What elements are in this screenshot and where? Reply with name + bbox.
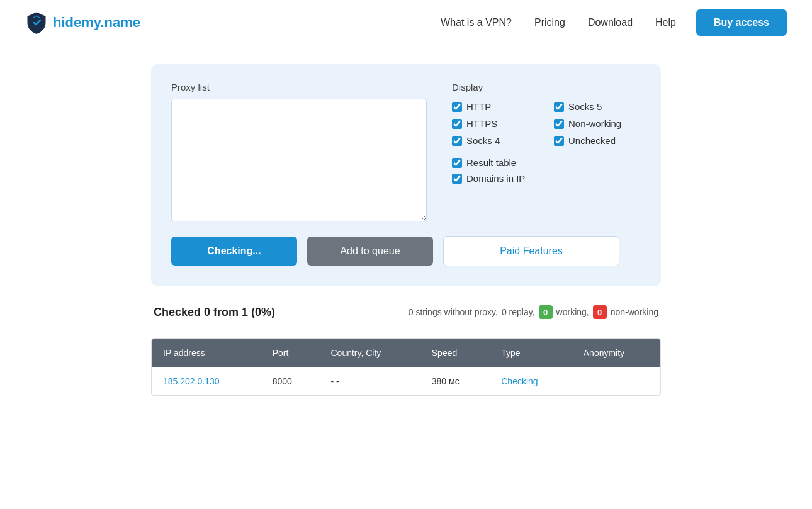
col-ip: IP address: [152, 339, 261, 367]
working-label: working,: [556, 307, 589, 317]
col-anonymity: Anonymity: [572, 339, 660, 367]
checkbox-socks5-label: Socks 5: [568, 101, 602, 112]
proxy-checker-card: Proxy list Display HTTP Socks 5: [151, 64, 661, 286]
checkbox-http-input[interactable]: [452, 102, 462, 112]
checkbox-unchecked[interactable]: Unchecked: [554, 135, 641, 146]
checkbox-socks5[interactable]: Socks 5: [554, 101, 641, 112]
ip-link[interactable]: 185.202.0.130: [163, 376, 220, 386]
table-header: IP address Port Country, City Speed Type…: [152, 339, 660, 367]
table-body: 185.202.0.130 8000 - - 380 мс Checking: [152, 367, 660, 396]
checkbox-http[interactable]: HTTP: [452, 101, 539, 112]
checkbox-unchecked-input[interactable]: [554, 136, 564, 146]
display-section: Display HTTP Socks 5 HTTPS: [452, 82, 641, 223]
strings-without-proxy: 0 strings without proxy,: [409, 307, 498, 317]
working-badge: 0: [539, 305, 553, 319]
col-country-city: Country, City: [320, 339, 420, 367]
non-working-badge: 0: [593, 305, 607, 319]
stats-divider: [151, 328, 661, 328]
proxy-table: IP address Port Country, City Speed Type…: [152, 339, 660, 395]
logo[interactable]: hidemy.name: [25, 11, 140, 34]
cell-speed: 380 мс: [420, 367, 490, 396]
main-content: Proxy list Display HTTP Socks 5: [0, 45, 812, 415]
checkbox-result-table-input[interactable]: [452, 158, 462, 168]
cell-port: 8000: [261, 367, 320, 396]
col-speed: Speed: [420, 339, 490, 367]
checker-inner: Proxy list Display HTTP Socks 5: [171, 82, 641, 223]
checkbox-result-table-label: Result table: [466, 157, 516, 168]
main-nav: What is a VPN? Pricing Download Help: [441, 17, 676, 28]
cell-type: Checking: [490, 367, 572, 396]
checking-button[interactable]: Checking...: [171, 237, 297, 266]
proxy-table-wrap: IP address Port Country, City Speed Type…: [151, 338, 661, 396]
checkbox-http-label: HTTP: [466, 101, 491, 112]
nav-pricing[interactable]: Pricing: [534, 17, 565, 28]
col-port: Port: [261, 339, 320, 367]
cell-country-city: - -: [320, 367, 420, 396]
checkbox-domains-in-ip[interactable]: Domains in IP: [452, 173, 641, 184]
cell-ip: 185.202.0.130: [152, 367, 261, 396]
table-row: 185.202.0.130 8000 - - 380 мс Checking: [152, 367, 660, 396]
logo-icon: [25, 11, 48, 34]
checkbox-socks4-input[interactable]: [452, 136, 462, 146]
checkbox-non-working-input[interactable]: [554, 119, 564, 129]
checkbox-https-label: HTTPS: [466, 118, 497, 129]
display-title: Display: [452, 82, 641, 92]
non-working-label: non-working: [611, 307, 658, 317]
checkbox-result-table[interactable]: Result table: [452, 157, 641, 168]
logo-text: hidemy.name: [53, 14, 140, 31]
checkbox-non-working[interactable]: Non-working: [554, 118, 641, 129]
checkbox-socks4[interactable]: Socks 4: [452, 135, 539, 146]
proxy-textarea[interactable]: [171, 99, 427, 221]
checkbox-socks5-input[interactable]: [554, 102, 564, 112]
checkbox-https[interactable]: HTTPS: [452, 118, 539, 129]
checkbox-https-input[interactable]: [452, 119, 462, 129]
paid-features-button[interactable]: Paid Features: [443, 236, 619, 266]
checkbox-non-working-label: Non-working: [568, 118, 621, 129]
replay-count: 0 replay,: [502, 307, 535, 317]
checkbox-unchecked-label: Unchecked: [568, 135, 616, 146]
buttons-row: Checking... Add to queue Paid Features: [171, 236, 641, 266]
buy-access-button[interactable]: Buy access: [696, 9, 787, 36]
header: hidemy.name What is a VPN? Pricing Downl…: [0, 0, 812, 45]
nav-what-is-vpn[interactable]: What is a VPN?: [441, 17, 512, 28]
checkbox-domains-in-ip-label: Domains in IP: [466, 173, 525, 184]
proxy-list-section: Proxy list: [171, 82, 427, 223]
cell-anonymity: [572, 367, 660, 396]
col-type: Type: [490, 339, 572, 367]
add-to-queue-button[interactable]: Add to queue: [307, 237, 433, 266]
checkbox-socks4-label: Socks 4: [466, 135, 500, 146]
nav-help[interactable]: Help: [655, 17, 676, 28]
checkbox-domains-in-ip-input[interactable]: [452, 174, 462, 184]
proxy-list-label: Proxy list: [171, 82, 427, 92]
stats-row: Checked 0 from 1 (0%) 0 strings without …: [151, 305, 661, 319]
checkboxes-grid: HTTP Socks 5 HTTPS Non-wor: [452, 101, 641, 146]
nav-download[interactable]: Download: [588, 17, 633, 28]
checked-summary: Checked 0 from 1 (0%): [154, 306, 275, 319]
stats-right: 0 strings without proxy, 0 replay, 0 wor…: [409, 305, 658, 319]
